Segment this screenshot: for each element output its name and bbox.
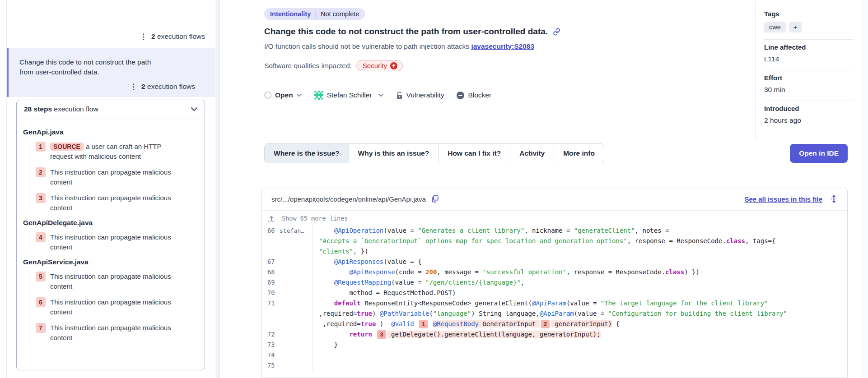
clean-code-attribute-badge: Intentionality | Not complete — [264, 8, 365, 20]
line-number[interactable] — [261, 236, 280, 246]
line-author — [280, 246, 312, 257]
code-row: 70 method = RequestMethod.POST) — [261, 288, 847, 298]
permalink-icon[interactable] — [553, 28, 560, 36]
line-author: stefan… — [280, 226, 312, 236]
line-affected-section: Line affected L114 — [764, 40, 853, 70]
issue-type: Vulnerability — [396, 91, 444, 99]
flow-step-group: 5This instruction can propagate maliciou… — [29, 271, 198, 343]
line-number[interactable]: 72 — [261, 329, 280, 340]
line-number[interactable]: 70 — [261, 288, 280, 298]
code-text: "Accepts a `GeneratorInput` options map … — [313, 236, 775, 246]
upload-arrow-icon — [268, 215, 275, 222]
flow-step-marker[interactable]: 3 — [377, 330, 386, 339]
issue-flows-summary[interactable]: ⋮ 2 execution flows — [7, 25, 215, 48]
code-gutter: 69 — [261, 277, 313, 288]
selected-issue-text: Change this code to not construct the pa… — [19, 57, 157, 77]
line-number[interactable]: 73 — [261, 340, 280, 350]
line-number[interactable]: 68 — [261, 267, 280, 277]
selected-issue-card[interactable]: Change this code to not construct the pa… — [7, 48, 215, 97]
flow-file-name: GenApiService.java — [23, 258, 198, 266]
show-more-label: Show 65 more lines — [282, 215, 348, 222]
code-gutter: 71 — [261, 298, 313, 309]
step-description: This instruction can propagate malicious… — [50, 167, 182, 187]
step-description: This instruction can propagate malicious… — [50, 232, 182, 252]
rule-key-link[interactable]: javasecurity:S2083 — [471, 42, 534, 50]
line-number[interactable] — [261, 246, 280, 257]
code-text: @ApiResponses(value = { — [313, 257, 422, 267]
code-gutter — [261, 246, 313, 257]
flow-step[interactable]: 6This instruction can propagate maliciou… — [36, 297, 198, 317]
line-number[interactable] — [261, 319, 280, 329]
code-gutter: 66stefan… — [261, 226, 313, 236]
execution-flow-panel-header[interactable]: 28 steps execution flow — [17, 100, 205, 119]
code-gutter — [261, 309, 313, 319]
code-row: 67 @ApiResponses(value = { — [261, 257, 847, 267]
flow-step-marker[interactable]: 2 — [541, 320, 550, 328]
code-row: 66stefan… @ApiOperation(value = "Generat… — [261, 226, 847, 236]
code-text: return 3 getDelegate().generateClient(la… — [313, 329, 601, 340]
panel-gap-divider — [215, 0, 220, 378]
line-number[interactable]: 67 — [261, 257, 280, 267]
assignee-dropdown[interactable]: Stefan Schiller — [314, 91, 383, 100]
code-row: 71 default ResponseEntity<ResponseCode> … — [261, 298, 847, 309]
chevron-down-icon — [297, 94, 302, 97]
code-text — [313, 350, 319, 360]
flow-step[interactable]: 3This instruction can propagate maliciou… — [36, 193, 198, 213]
line-number[interactable] — [261, 309, 280, 319]
open-in-ide-button[interactable]: Open in IDE — [790, 144, 848, 163]
flows-count: 2 — [141, 83, 145, 90]
circle-minus-icon — [457, 92, 464, 99]
step-number-badge: 3 — [36, 193, 46, 203]
line-number[interactable]: 75 — [261, 360, 280, 371]
tags-section: Tags cwe+ — [764, 6, 853, 40]
effort-heading: Effort — [764, 74, 853, 82]
see-all-issues-link[interactable]: See all issues in this file — [744, 195, 822, 203]
source-badge: SOURCE — [50, 143, 84, 151]
tab-why-is-this-an-issue[interactable]: Why is this an issue? — [349, 144, 439, 163]
tab-where-is-the-issue[interactable]: Where is the issue? — [265, 144, 349, 163]
steps-count: 28 steps — [24, 105, 52, 113]
code-row: 75 — [261, 360, 847, 371]
line-author — [280, 319, 312, 329]
sidebar-top-spacer — [7, 0, 215, 25]
step-number-badge: 2 — [36, 167, 46, 177]
selected-issue-flows[interactable]: ⋮ 2 execution flows — [19, 83, 205, 91]
flow-step-marker[interactable]: 1 — [419, 320, 428, 328]
line-author — [280, 288, 312, 298]
line-number[interactable]: 71 — [261, 298, 280, 309]
step-number-badge: 4 — [36, 232, 46, 242]
line-number[interactable]: 74 — [261, 350, 280, 360]
flow-step[interactable]: 1SOURCEa user can craft an HTTP request … — [36, 142, 198, 161]
page-scrollbar[interactable] — [861, 0, 868, 378]
status-dropdown[interactable]: Open — [264, 91, 302, 99]
flow-step[interactable]: 7This instruction can propagate maliciou… — [36, 323, 198, 343]
introduced-heading: Introduced — [764, 105, 853, 112]
flow-file-name: GenApiDelegate.java — [23, 219, 198, 227]
line-author — [280, 267, 312, 277]
flow-step[interactable]: 2This instruction can propagate maliciou… — [36, 167, 198, 187]
add-tag-button[interactable]: + — [789, 22, 802, 32]
code-lines: 66stefan… @ApiOperation(value = "Generat… — [261, 226, 847, 371]
show-more-lines-button[interactable]: Show 65 more lines — [261, 211, 847, 226]
line-number[interactable]: 66 — [261, 226, 280, 236]
step-number-badge: 6 — [36, 297, 46, 307]
steps-count-label: execution flow — [54, 105, 98, 113]
security-quality-badge: Security — [356, 60, 403, 71]
flow-step[interactable]: 4This instruction can propagate maliciou… — [36, 232, 198, 252]
copy-icon[interactable] — [431, 195, 439, 203]
expand-vertical-icon[interactable] — [831, 194, 837, 203]
flow-step[interactable]: 5This instruction can propagate maliciou… — [36, 272, 198, 291]
header-divider — [264, 81, 737, 81]
code-gutter: 75 — [261, 360, 313, 371]
step-description: This instruction can propagate malicious… — [50, 193, 182, 213]
tab-how-can-i-fix-it[interactable]: How can I fix it? — [439, 144, 510, 163]
line-author — [280, 360, 312, 371]
step-description: This instruction can propagate malicious… — [50, 272, 182, 291]
tab-activity[interactable]: Activity — [510, 144, 554, 163]
code-gutter: 67 — [261, 257, 313, 267]
tab-more-info[interactable]: More info — [554, 144, 604, 163]
step-number-badge: 1 — [36, 142, 46, 152]
code-gutter — [261, 319, 313, 329]
line-number[interactable]: 69 — [261, 277, 280, 288]
introduced-value: 2 hours ago — [764, 116, 853, 124]
